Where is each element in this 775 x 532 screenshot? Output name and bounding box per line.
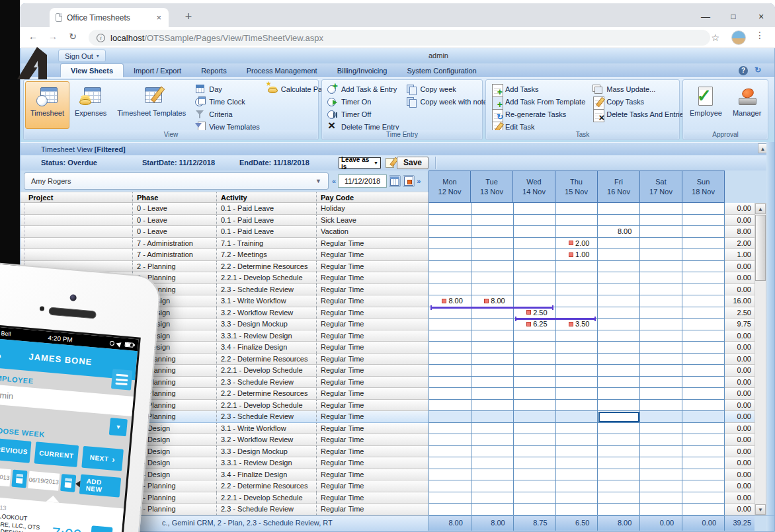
day-cell-thu[interactable] bbox=[556, 365, 598, 377]
day-cell-sat[interactable] bbox=[640, 307, 682, 319]
day-cell-tue[interactable] bbox=[471, 492, 514, 504]
day-cell-wed[interactable] bbox=[514, 469, 556, 481]
day-cell-mon[interactable]: 8.00 bbox=[429, 295, 471, 307]
day-cell-fri[interactable] bbox=[598, 330, 640, 342]
day-cell-thu[interactable] bbox=[556, 446, 598, 458]
day-cell-sat[interactable] bbox=[640, 203, 682, 215]
day-cell-sun[interactable] bbox=[682, 480, 725, 492]
day-cell-fri[interactable] bbox=[598, 469, 640, 481]
day-cell-tue[interactable] bbox=[471, 319, 514, 330]
user-icon[interactable] bbox=[0, 346, 3, 358]
day-cell-sun[interactable] bbox=[682, 203, 725, 215]
previous-week-button[interactable]: ‹PREVIOUS bbox=[0, 437, 32, 463]
ribbon-button-re-generate-tasks[interactable]: Re-generate Tasks bbox=[487, 108, 589, 120]
day-cell-wed[interactable] bbox=[514, 284, 556, 296]
day-cell-wed[interactable] bbox=[514, 365, 556, 377]
day-cell-fri[interactable] bbox=[598, 215, 640, 227]
calendar-icon[interactable] bbox=[60, 474, 76, 492]
day-cell-sun[interactable] bbox=[682, 272, 725, 284]
day-cell-sat[interactable] bbox=[640, 457, 682, 469]
day-cell-tue[interactable] bbox=[471, 446, 514, 458]
day-cell-sun[interactable] bbox=[682, 411, 725, 423]
day-cell-tue[interactable] bbox=[471, 342, 514, 354]
day-header-wed[interactable]: Wed14 Nov bbox=[513, 171, 555, 203]
calendar-today-icon[interactable] bbox=[403, 175, 415, 187]
day-cell-sat[interactable] bbox=[640, 238, 682, 250]
day-cell-wed[interactable] bbox=[514, 400, 556, 412]
day-cell-mon[interactable] bbox=[429, 480, 471, 492]
column-header-project[interactable]: Project bbox=[24, 192, 132, 202]
day-cell-tue[interactable] bbox=[471, 330, 514, 342]
day-cell-wed[interactable] bbox=[514, 504, 556, 515]
table-row[interactable]: 7 - Administration7.1 - TrainingRegular … bbox=[20, 238, 766, 250]
day-cell-tue[interactable] bbox=[471, 377, 514, 389]
day-cell-mon[interactable] bbox=[429, 411, 471, 423]
day-cell-fri[interactable] bbox=[598, 272, 640, 284]
day-cell-thu[interactable] bbox=[556, 492, 598, 504]
day-cell-thu[interactable] bbox=[556, 261, 598, 273]
day-cell-thu[interactable] bbox=[556, 284, 598, 296]
day-cell-tue[interactable] bbox=[471, 365, 514, 377]
ribbon-button-add-task-entry[interactable]: Add Task & Entry bbox=[323, 83, 402, 95]
day-header-fri[interactable]: Fri16 Nov bbox=[598, 171, 640, 203]
day-cell-sun[interactable] bbox=[682, 354, 725, 365]
url-omnibox[interactable]: i localhost/OTSSample/Pages/View/TimeShe… bbox=[89, 30, 710, 46]
employee-dropdown-icon[interactable]: ▼ bbox=[109, 418, 128, 436]
save-button[interactable]: Save bbox=[397, 157, 428, 169]
ribbon-button-add-tasks[interactable]: Add Tasks bbox=[487, 83, 589, 95]
day-cell-thu[interactable] bbox=[556, 423, 598, 435]
next-week-icon[interactable]: » bbox=[417, 177, 421, 185]
day-cell-sat[interactable] bbox=[640, 249, 682, 261]
day-cell-fri[interactable] bbox=[598, 480, 640, 492]
day-cell-wed[interactable] bbox=[514, 388, 556, 400]
day-cell-mon[interactable] bbox=[429, 388, 471, 400]
ribbon-button-time-clock[interactable]: Time Clock bbox=[191, 95, 263, 108]
profile-avatar[interactable] bbox=[731, 30, 746, 45]
day-cell-thu[interactable] bbox=[556, 330, 598, 342]
day-cell-thu[interactable] bbox=[556, 388, 598, 400]
day-cell-fri[interactable] bbox=[598, 377, 640, 389]
day-cell-fri[interactable] bbox=[598, 365, 640, 377]
day-cell-tue[interactable] bbox=[471, 400, 514, 412]
day-cell-thu[interactable] bbox=[556, 272, 598, 284]
day-cell-sat[interactable] bbox=[640, 354, 682, 365]
day-cell-sat[interactable] bbox=[640, 284, 682, 296]
day-cell-tue[interactable]: 8.00 bbox=[471, 295, 514, 307]
tab-close-icon[interactable]: × bbox=[155, 13, 163, 22]
day-cell-sat[interactable] bbox=[640, 330, 682, 342]
tab-process-management[interactable]: Process Management bbox=[237, 64, 327, 77]
tab-system-configuration[interactable]: System Configuration bbox=[397, 64, 487, 77]
day-cell-thu[interactable]: 1.00 bbox=[556, 249, 598, 261]
day-cell-sun[interactable] bbox=[682, 342, 725, 354]
day-header-sun[interactable]: Sun18 Nov bbox=[682, 171, 725, 203]
help-icon[interactable]: ? bbox=[739, 66, 748, 75]
day-cell-thu[interactable] bbox=[556, 215, 598, 227]
day-cell-mon[interactable] bbox=[429, 226, 471, 238]
day-cell-sun[interactable] bbox=[682, 423, 725, 435]
day-cell-sun[interactable] bbox=[682, 215, 725, 227]
day-cell-mon[interactable] bbox=[429, 469, 471, 481]
column-header-activity[interactable]: Activity bbox=[216, 192, 316, 202]
day-cell-sat[interactable] bbox=[640, 411, 682, 423]
week-date-input[interactable]: 11/12/2018 bbox=[338, 174, 387, 188]
next-week-button[interactable]: NEXT› bbox=[81, 446, 124, 471]
day-cell-fri[interactable] bbox=[598, 492, 640, 504]
day-cell-tue[interactable] bbox=[471, 423, 514, 435]
day-cell-tue[interactable] bbox=[471, 284, 514, 296]
day-cell-sat[interactable] bbox=[640, 365, 682, 377]
day-cell-mon[interactable] bbox=[429, 272, 471, 284]
ribbon-button-copy-week[interactable]: Copy week bbox=[402, 83, 494, 95]
day-cell-sat[interactable] bbox=[640, 434, 682, 446]
day-cell-mon[interactable] bbox=[429, 504, 471, 515]
bookmark-star-icon[interactable]: ☆ bbox=[711, 32, 719, 43]
day-cell-wed[interactable]: 2.50 bbox=[514, 307, 556, 319]
day-cell-wed[interactable] bbox=[514, 272, 556, 284]
day-cell-mon[interactable] bbox=[429, 203, 471, 215]
calendar-icon[interactable] bbox=[389, 175, 401, 187]
table-row[interactable]: 0 - Leave0.1 - Paid LeaveVacation8.008.0… bbox=[20, 226, 766, 238]
day-cell-fri[interactable] bbox=[598, 307, 640, 319]
day-cell-fri[interactable] bbox=[598, 284, 640, 296]
day-header-sat[interactable]: Sat17 Nov bbox=[640, 171, 682, 203]
ribbon-button-mass-update[interactable]: Mass Update... bbox=[589, 83, 690, 95]
forward-icon[interactable]: → bbox=[46, 31, 60, 42]
